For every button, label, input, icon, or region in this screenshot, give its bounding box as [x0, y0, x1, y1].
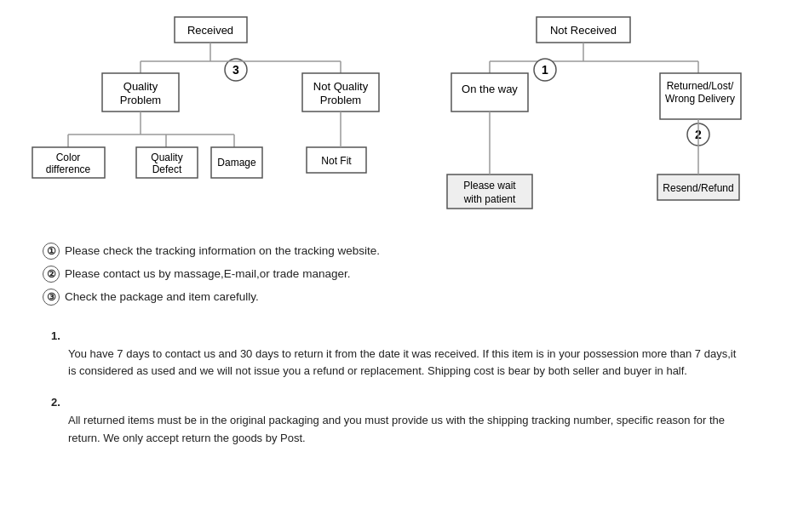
note-num-3: ③	[43, 289, 60, 306]
note-text-3: Check the package and item carefully.	[65, 288, 259, 307]
not-fit-label: Not Fit	[321, 155, 352, 167]
please-wait-label: Please wait	[463, 180, 516, 192]
on-the-way-label: On the way	[462, 83, 518, 95]
note-item-1: ① Please check the tracking information …	[43, 242, 749, 261]
quality-problem-label2: Problem	[120, 94, 161, 106]
returned-lost-label2: Wrong Delivery	[665, 93, 735, 105]
damage-label: Damage	[217, 157, 256, 169]
rules-section: 1. You have 7 days to contact us and 30 …	[17, 319, 775, 470]
note-item-2: ② Please contact us by massage,E-mail,or…	[43, 265, 749, 284]
received-label: Received	[187, 24, 233, 37]
not-received-label: Not Received	[550, 24, 617, 37]
rule-num-1: 1.	[51, 329, 60, 342]
rule-num-2: 2.	[51, 396, 60, 409]
badge-1: 1	[542, 63, 548, 77]
returned-lost-label: Returned/Lost/	[667, 80, 734, 92]
badge-3: 3	[232, 63, 239, 77]
resend-refund-label: Resend/Refund	[663, 182, 733, 194]
flowchart: Received 3 Quality Problem Not Quality P…	[17, 9, 783, 230]
rule-item-1: 1. You have 7 days to contact us and 30 …	[51, 328, 741, 380]
note-item-3: ③ Check the package and item carefully.	[43, 288, 749, 307]
notes-section: ① Please check the tracking information …	[17, 233, 775, 319]
note-text-2: Please contact us by massage,E-mail,or t…	[65, 265, 350, 284]
rule-text-2: All returned items must be in the origin…	[68, 412, 741, 448]
rule-text-1: You have 7 days to contact us and 30 day…	[68, 346, 741, 381]
color-difference-label2: difference	[46, 163, 91, 175]
note-text-1: Please check the tracking information on…	[65, 242, 380, 261]
quality-defect-label2: Defect	[152, 163, 182, 175]
please-wait-label2: with patient	[463, 193, 516, 205]
note-num-2: ②	[43, 266, 60, 283]
not-quality-problem-label2: Problem	[320, 94, 361, 106]
quality-defect-label: Quality	[151, 152, 182, 163]
color-difference-label: Color	[56, 152, 81, 163]
note-num-1: ①	[43, 243, 60, 260]
rule-item-2: 2. All returned items must be in the ori…	[51, 394, 741, 447]
quality-problem-label: Quality	[123, 80, 158, 93]
not-quality-problem-label: Not Quality	[313, 80, 369, 93]
